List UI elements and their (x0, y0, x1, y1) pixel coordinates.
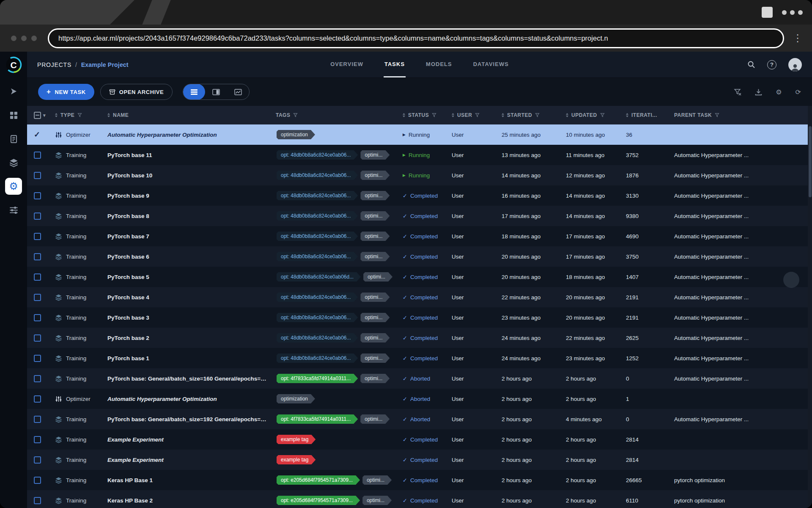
clear-filters-icon[interactable] (734, 88, 741, 96)
task-name[interactable]: PyTorch base 10 (107, 172, 152, 179)
row-checkbox[interactable] (34, 294, 41, 301)
task-name[interactable]: PyTorch base 7 (107, 233, 149, 240)
column-header[interactable]: NAME (104, 112, 272, 118)
new-task-button[interactable]: + NEW TASK (38, 84, 94, 100)
task-name[interactable]: PyTorch base 4 (107, 294, 149, 301)
table-row[interactable]: Training PyTorch base 6 opt: 48db0b8a6c8… (27, 246, 812, 267)
sort-icon[interactable] (452, 113, 454, 117)
column-header[interactable]: TAGS (272, 112, 399, 118)
sidebar-item-workers-queues[interactable] (5, 202, 22, 218)
row-checkbox[interactable] (34, 456, 41, 464)
table-row[interactable]: Training PyTorch base 7 opt: 48db0b8a6c8… (27, 226, 812, 246)
table-row[interactable]: Training Example Experiment example tag … (27, 429, 812, 450)
row-checkbox[interactable] (34, 172, 41, 179)
select-dropdown-caret[interactable]: ▾ (43, 113, 46, 118)
task-name[interactable]: PyTorch base 5 (107, 274, 149, 280)
clearml-logo-icon[interactable]: C (5, 56, 22, 74)
table-row[interactable]: Training PyTorch base: General/batch_siz… (27, 409, 812, 429)
table-row[interactable]: Training PyTorch base 5 opt: 48db0b8a6c8… (27, 267, 812, 287)
breadcrumb-current-project[interactable]: Example Project (81, 61, 129, 68)
column-header[interactable]: USER (448, 112, 498, 118)
tab-dataviews[interactable]: DATAVIEWS (472, 52, 510, 77)
tab-models[interactable]: MODELS (425, 52, 453, 77)
chart-view-button[interactable] (227, 84, 249, 100)
task-name[interactable]: Keras HP Base 2 (107, 497, 153, 504)
task-name[interactable]: PyTorch base 3 (107, 315, 149, 321)
column-header[interactable]: ITERATI... (623, 112, 671, 118)
table-row[interactable]: Training Example Experiment example tag … (27, 450, 812, 470)
sidebar-item-reports[interactable] (5, 130, 22, 147)
row-checkbox[interactable] (34, 213, 41, 220)
row-checkbox[interactable] (34, 192, 41, 199)
tab-tasks[interactable]: TASKS (384, 52, 406, 77)
task-name[interactable]: Keras HP Base 1 (107, 477, 153, 483)
sort-icon[interactable] (502, 113, 504, 117)
row-checkbox[interactable] (34, 375, 41, 382)
task-name[interactable]: Automatic Hyperparameter Optimization (107, 132, 217, 138)
filter-icon[interactable] (600, 113, 605, 118)
table-row[interactable]: Optimizer Automatic Hyperparameter Optim… (27, 389, 812, 409)
search-icon[interactable] (747, 61, 755, 69)
filter-icon[interactable] (475, 113, 480, 118)
column-header[interactable]: UPDATED (562, 112, 623, 118)
row-checkbox[interactable] (34, 273, 41, 281)
task-name[interactable]: Automatic Hyperparameter Optimization (107, 396, 217, 402)
table-row[interactable]: Training Keras HP Base 2 opt: e205d684f7… (27, 490, 812, 508)
settings-gear-icon[interactable]: ⚙ (776, 88, 782, 96)
table-view-button[interactable] (183, 84, 205, 100)
breadcrumb-projects[interactable]: PROJECTS (37, 61, 71, 68)
table-row[interactable]: Training PyTorch base 8 opt: 48db0b8a6c8… (27, 206, 812, 226)
help-icon[interactable]: ? (767, 60, 776, 69)
table-row[interactable]: Training PyTorch base: General/batch_siz… (27, 368, 812, 389)
row-checkbox[interactable] (34, 314, 41, 321)
split-view-button[interactable] (205, 84, 227, 100)
row-checkbox[interactable] (34, 233, 41, 240)
sidebar-item-automation-active[interactable]: ⚙ (5, 178, 22, 195)
url-bar[interactable]: https://app.clear.ml/projects/2043a1657f… (48, 28, 784, 48)
row-checkbox[interactable] (34, 355, 41, 362)
table-row[interactable]: Training PyTorch base 4 opt: 48db0b8a6c8… (27, 287, 812, 307)
open-archive-button[interactable]: OPEN ARCHIVE (100, 84, 173, 100)
sidebar-item-datasets[interactable] (5, 107, 22, 124)
sort-icon[interactable] (566, 113, 568, 117)
task-name[interactable]: PyTorch base 11 (107, 152, 152, 158)
browser-controls-dots[interactable] (782, 10, 803, 15)
row-checkbox[interactable] (34, 477, 41, 484)
sort-icon[interactable] (626, 113, 628, 117)
row-checkbox[interactable] (34, 436, 41, 443)
filter-icon[interactable] (432, 113, 436, 118)
task-name[interactable]: Example Experiment (107, 457, 164, 463)
row-checkbox[interactable] (34, 416, 41, 423)
browser-menu-icon[interactable]: ⋮ (793, 32, 801, 44)
row-checkbox[interactable]: ✓ (34, 130, 40, 139)
task-name[interactable]: Example Experiment (107, 436, 164, 443)
sort-icon[interactable] (107, 113, 110, 117)
vertical-scrollbar[interactable] (808, 106, 812, 508)
user-avatar[interactable] (788, 58, 802, 72)
sort-icon[interactable] (55, 113, 58, 117)
browser-window-button[interactable] (762, 7, 773, 18)
filter-icon[interactable] (535, 113, 540, 118)
table-row[interactable]: Training PyTorch base 3 opt: 48db0b8a6c8… (27, 307, 812, 328)
task-name[interactable]: PyTorch base 8 (107, 213, 149, 219)
table-row[interactable]: ✓ Optimizer Automatic Hyperparameter Opt… (27, 124, 812, 145)
task-name[interactable]: PyTorch base 6 (107, 254, 149, 260)
row-checkbox[interactable] (34, 497, 41, 504)
table-row[interactable]: Training PyTorch base 9 opt: 48db0b8a6c8… (27, 185, 812, 206)
sidebar-item-pipelines[interactable] (5, 154, 22, 171)
select-all-checkbox[interactable] (34, 112, 41, 119)
task-name[interactable]: PyTorch base 2 (107, 335, 149, 341)
filter-icon[interactable] (77, 113, 82, 118)
table-row[interactable]: Training PyTorch base 1 opt: 48db0b8a6c8… (27, 348, 812, 368)
column-header[interactable]: TYPE (52, 112, 104, 118)
select-all-header[interactable]: ▾ (27, 112, 52, 119)
sort-icon[interactable] (403, 113, 405, 117)
column-header[interactable]: STARTED (498, 112, 562, 118)
row-checkbox[interactable] (34, 395, 41, 403)
row-checkbox[interactable] (34, 253, 41, 260)
filter-icon[interactable] (293, 113, 298, 118)
row-checkbox[interactable] (34, 152, 41, 159)
scrollbar-thumb[interactable] (809, 126, 812, 197)
column-header[interactable]: STATUS (399, 112, 448, 118)
table-row[interactable]: Training PyTorch base 10 opt: 48db0b8a6c… (27, 165, 812, 185)
